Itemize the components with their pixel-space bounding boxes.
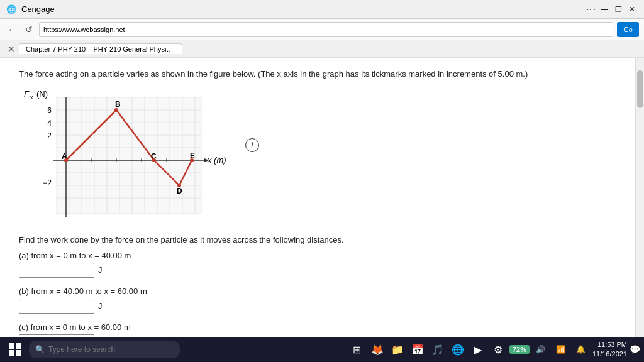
scrollbar[interactable] (635, 58, 644, 337)
start-button[interactable] (4, 338, 26, 361)
graph-info: i (245, 138, 259, 152)
taskbar-icons: ⊞ 🦊 📁 📅 🎵 🌐 ▶ ⚙ 72% 🔊 📶 🔔 11:53 PM 11/16… (348, 340, 640, 359)
y-axis-subscript: x (30, 94, 33, 101)
part-b-input[interactable] (19, 299, 94, 314)
browser-icon: 🌐 (6, 4, 16, 14)
back-button[interactable]: ← (5, 23, 19, 36)
time-display: 11:53 PM (592, 340, 627, 349)
part-b-unit: J (98, 301, 103, 310)
part-a-input[interactable] (19, 263, 94, 278)
part-b-section: (b) from x = 40.00 m to x = 60.00 m J (19, 287, 616, 314)
active-tab[interactable]: Chapter 7 PHY 210 – PHY 210 General Phys… (19, 43, 182, 54)
firefox-icon[interactable]: 🦊 (369, 341, 386, 358)
minimize-button[interactable]: — (599, 4, 610, 15)
tab-bar: ✕ Chapter 7 PHY 210 – PHY 210 General Ph… (0, 40, 644, 58)
force-graph: F x (N) (19, 88, 233, 226)
info-icon[interactable]: i (245, 138, 259, 152)
calendar-icon[interactable]: 📅 (409, 341, 426, 358)
svg-text:6: 6 (47, 106, 52, 115)
windows-logo-icon (9, 343, 21, 356)
point-D-dot (177, 184, 181, 187)
point-C-dot (152, 158, 156, 162)
svg-text:2: 2 (47, 131, 52, 140)
y-axis-unit: (N) (36, 89, 48, 99)
graph-area: F x (N) (19, 88, 233, 226)
notification-icon[interactable]: 🔔 (572, 341, 590, 358)
notification-panel-button[interactable]: 💬 (630, 344, 640, 354)
svg-rect-0 (57, 97, 201, 214)
volume-icon[interactable]: 🔊 (532, 341, 550, 358)
problem-description: The force acting on a particle varies as… (19, 68, 616, 80)
address-bar: ← ↺ Go (0, 19, 644, 40)
part-b-label: (b) from x = 40.00 m to x = 60.00 m (19, 287, 616, 296)
main-content: The force acting on a particle varies as… (0, 58, 644, 337)
youtube-icon[interactable]: ▶ (469, 341, 487, 358)
svg-text:−2: −2 (43, 178, 52, 187)
file-manager-icon[interactable]: 📁 (389, 341, 406, 358)
part-a-answer-row: J (19, 263, 616, 278)
media-icon[interactable]: 🎵 (429, 341, 447, 358)
part-c-section: (c) from x = 0 m to x = 60.00 m J (19, 322, 616, 337)
instruction-text: Find the work done by the force on the p… (19, 235, 616, 244)
clock: 11:53 PM 11/16/2021 (592, 340, 627, 359)
taskbar: 🔍 ⊞ 🦊 📁 📅 🎵 🌐 ▶ ⚙ 72% 🔊 📶 🔔 11:53 PM 11/… (0, 337, 644, 362)
app-icon-1[interactable]: ⚙ (489, 341, 507, 358)
point-B-label: B (115, 100, 121, 109)
scroll-area: The force acting on a particle varies as… (0, 58, 635, 337)
go-button[interactable]: Go (617, 22, 639, 37)
taskbar-search[interactable]: 🔍 (29, 341, 180, 358)
tab-label: Chapter 7 PHY 210 – PHY 210 General Phys… (26, 45, 182, 53)
part-a-label: (a) from x = 0 m to x = 40.00 m (19, 251, 616, 260)
search-icon: 🔍 (35, 345, 45, 354)
point-E-dot (190, 158, 194, 162)
x-axis-label: x (m) (207, 155, 226, 165)
graph-container: F x (N) (19, 88, 616, 226)
date-display: 11/16/2021 (592, 349, 627, 359)
point-A-dot (64, 158, 68, 162)
part-a-section: (a) from x = 0 m to x = 40.00 m J (19, 251, 616, 278)
part-a-unit: J (98, 265, 103, 275)
address-input[interactable] (39, 22, 613, 37)
task-view-icon[interactable]: ⊞ (348, 341, 366, 358)
point-D-label: D (177, 187, 182, 195)
more-options-icon[interactable]: ··· (586, 4, 596, 15)
point-B-dot (114, 108, 118, 112)
title-bar: 🌐 Cengage ··· — ❐ ✕ (0, 0, 644, 19)
browser-title: Cengage (21, 4, 55, 14)
chrome-icon[interactable]: 🌐 (449, 341, 467, 358)
battery-level: 72% (509, 345, 530, 354)
taskbar-search-input[interactable] (48, 345, 162, 354)
close-button[interactable]: ✕ (626, 4, 638, 15)
restore-button[interactable]: ❐ (613, 4, 624, 15)
part-b-answer-row: J (19, 299, 616, 314)
svg-text:4: 4 (47, 119, 52, 128)
reload-button[interactable]: ↺ (23, 23, 35, 36)
wifi-icon[interactable]: 📶 (552, 341, 570, 358)
part-c-label: (c) from x = 0 m to x = 60.00 m (19, 322, 616, 332)
close-tab-x-button[interactable]: ✕ (5, 43, 18, 55)
scroll-thumb[interactable] (637, 70, 643, 108)
y-axis-label: F (24, 89, 30, 99)
